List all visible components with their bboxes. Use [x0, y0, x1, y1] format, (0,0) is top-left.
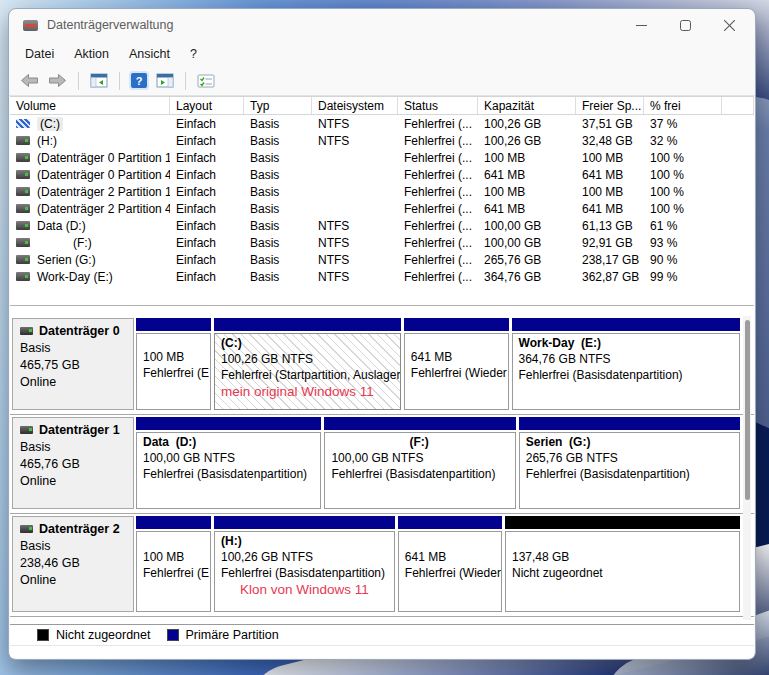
volume-icon: [16, 272, 30, 281]
close-button[interactable]: [707, 9, 751, 41]
legend-bar: Nicht zugeordnet Primäre Partition: [10, 624, 754, 645]
menu-datei[interactable]: Datei: [15, 44, 64, 64]
disk-1-info[interactable]: Datenträger 1 Basis 465,76 GB Online: [12, 417, 134, 509]
status-cell: Fehlerfrei (...: [398, 236, 478, 250]
type-cell: Basis: [244, 236, 312, 250]
percent-free-cell: 90 %: [644, 253, 722, 267]
free-space-cell: 61,13 GB: [576, 219, 644, 233]
volume-name-cell: Work-Day (E:): [10, 270, 170, 284]
volume-row-d2p1[interactable]: (Datenträger 2 Partition 1) Einfach Basi…: [10, 183, 754, 200]
volume-row-h[interactable]: (H:) Einfach Basis NTFS Fehlerfrei (... …: [10, 132, 754, 149]
disk-2-info[interactable]: Datenträger 2 Basis 238,46 GB Online: [12, 516, 134, 612]
titlebar: Datenträgerverwaltung: [9, 9, 755, 41]
show-console-tree-button[interactable]: [88, 71, 110, 90]
disk-0-info[interactable]: Datenträger 0 Basis 465,75 GB Online: [12, 318, 134, 410]
type-cell: Basis: [244, 185, 312, 199]
layout-cell: Einfach: [170, 202, 244, 216]
partition-system-100mb[interactable]: 100 MB Fehlerfrei (E: [136, 318, 211, 410]
column-header-layout[interactable]: Layout: [170, 97, 244, 114]
layout-cell: Einfach: [170, 151, 244, 165]
primary-partition-strip: [214, 516, 395, 529]
volume-row-serien-g[interactable]: Serien (G:) Einfach Basis NTFS Fehlerfre…: [10, 251, 754, 268]
free-space-cell: 641 MB: [576, 202, 644, 216]
column-header-dateisystem[interactable]: Dateisystem: [312, 97, 398, 114]
menu-help[interactable]: ?: [180, 44, 207, 64]
volume-row-f[interactable]: (F:) Einfach Basis NTFS Fehlerfrei (... …: [10, 234, 754, 251]
partition-f[interactable]: (F:) 100,00 GB NTFS Fehlerfrei (Basisdat…: [324, 417, 515, 509]
type-cell: Basis: [244, 134, 312, 148]
partition-recovery-641mb[interactable]: 641 MB Fehlerfrei (Wieder: [398, 516, 502, 612]
menu-ansicht[interactable]: Ansicht: [119, 44, 180, 64]
percent-free-cell: 100 %: [644, 185, 722, 199]
properties-button[interactable]: [195, 72, 217, 90]
partition-recovery-641mb[interactable]: 641 MB Fehlerfrei (Wieder: [404, 318, 509, 410]
type-cell: Basis: [244, 219, 312, 233]
layout-cell: Einfach: [170, 134, 244, 148]
status-bar: [10, 645, 754, 658]
percent-free-cell: 99 %: [644, 270, 722, 284]
volume-icon: [16, 119, 30, 128]
type-cell: Basis: [244, 253, 312, 267]
filesystem-cell: NTFS: [312, 236, 398, 250]
status-cell: Fehlerfrei (...: [398, 202, 478, 216]
partition-workday-e[interactable]: Work-Day (E:) 364,76 GB NTFS Fehlerfrei …: [512, 318, 740, 410]
partition-c-selected[interactable]: (C:) 100,26 GB NTFS Fehlerfrei (Startpar…: [214, 318, 401, 410]
primary-partition-strip: [136, 417, 321, 430]
column-header-prozent-frei[interactable]: % frei: [644, 97, 722, 114]
capacity-cell: 100,26 GB: [478, 117, 576, 131]
partition-h-clone[interactable]: (H:) 100,26 GB NTFS Fehlerfrei (Basisdat…: [214, 516, 395, 612]
layout-cell: Einfach: [170, 219, 244, 233]
volume-row-workday-e[interactable]: Work-Day (E:) Einfach Basis NTFS Fehlerf…: [10, 268, 754, 285]
disk-icon: [20, 426, 33, 434]
volume-row-data-d[interactable]: Data (D:) Einfach Basis NTFS Fehlerfrei …: [10, 217, 754, 234]
filesystem-cell: NTFS: [312, 253, 398, 267]
volume-row-d0p1[interactable]: (Datenträger 0 Partition 1) Einfach Basi…: [10, 149, 754, 166]
show-action-pane-button[interactable]: [154, 71, 176, 90]
back-arrow-icon: [20, 73, 39, 88]
percent-free-cell: 100 %: [644, 151, 722, 165]
primary-partition-strip: [136, 318, 211, 331]
type-cell: Basis: [244, 168, 312, 182]
column-header-status[interactable]: Status: [398, 97, 478, 114]
volume-list: Volume Layout Typ Dateisystem Status Kap…: [10, 97, 754, 306]
partition-data-d[interactable]: Data (D:) 100,00 GB NTFS Fehlerfrei (Bas…: [136, 417, 321, 509]
disk-1-row: Datenträger 1 Basis 465,76 GB Online Dat…: [10, 415, 754, 514]
scrollbar-thumb[interactable]: [745, 320, 750, 500]
free-space-cell: 32,48 GB: [576, 134, 644, 148]
disk-size: 465,76 GB: [20, 456, 126, 473]
free-space-cell: 100 MB: [576, 151, 644, 165]
disk-size: 465,75 GB: [20, 357, 126, 374]
free-space-cell: 641 MB: [576, 168, 644, 182]
percent-free-cell: 100 %: [644, 168, 722, 182]
forward-button[interactable]: [46, 71, 69, 90]
disk-0-partitions: 100 MB Fehlerfrei (E (C:) 100,26 GB NTFS…: [134, 318, 740, 410]
free-space-cell: 238,17 GB: [576, 253, 644, 267]
toolbar-separator: [78, 72, 79, 90]
volume-row-c[interactable]: (C:) Einfach Basis NTFS Fehlerfrei (... …: [10, 115, 754, 132]
status-cell: Fehlerfrei (...: [398, 168, 478, 182]
back-button[interactable]: [18, 71, 41, 90]
volume-row-d0p4[interactable]: (Datenträger 0 Partition 4) Einfach Basi…: [10, 166, 754, 183]
free-space-cell: 37,51 GB: [576, 117, 644, 131]
column-header-freier-sp[interactable]: Freier Sp...: [576, 97, 644, 114]
volume-row-d2p4[interactable]: (Datenträger 2 Partition 4) Einfach Basi…: [10, 200, 754, 217]
primary-partition-strip: [324, 417, 515, 430]
window-title: Datenträgerverwaltung: [47, 18, 173, 32]
column-header-kapazitaet[interactable]: Kapazität: [478, 97, 576, 114]
partition-serien-g[interactable]: Serien (G:) 265,76 GB NTFS Fehlerfrei (B…: [519, 417, 740, 509]
column-header-volume[interactable]: Volume: [10, 97, 170, 114]
column-header-typ[interactable]: Typ: [244, 97, 312, 114]
menu-aktion[interactable]: Aktion: [64, 44, 119, 64]
capacity-cell: 100 MB: [478, 185, 576, 199]
partition-unallocated[interactable]: 137,48 GB Nicht zugeordnet: [505, 516, 740, 612]
capacity-cell: 265,76 GB: [478, 253, 576, 267]
window-controls: [619, 9, 751, 41]
volume-name-cell: (Datenträger 0 Partition 1): [10, 151, 170, 165]
volume-icon: [16, 255, 30, 264]
disk-status: Online: [20, 473, 126, 490]
help-button[interactable]: ?: [129, 71, 149, 90]
minimize-button[interactable]: [619, 9, 663, 41]
maximize-button[interactable]: [663, 9, 707, 41]
partition-system-100mb[interactable]: 100 MB Fehlerfrei (E: [136, 516, 211, 612]
volume-name-cell: (C:): [10, 117, 170, 131]
